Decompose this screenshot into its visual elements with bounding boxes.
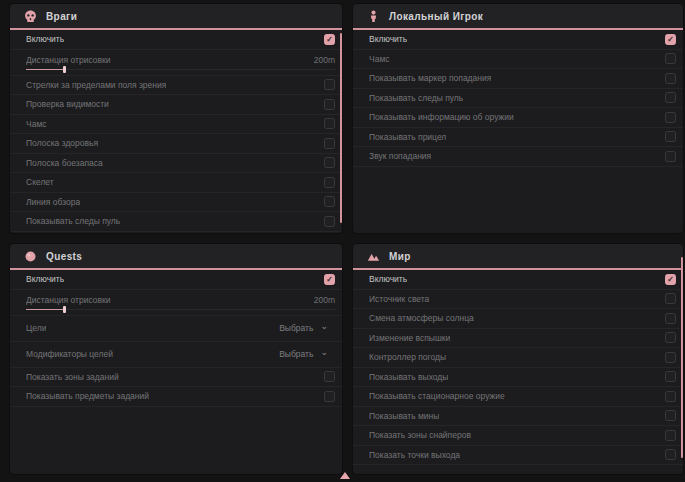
chevron-down-icon: ⌄ xyxy=(320,323,328,329)
setting-row-slider[interactable]: Дистанция отрисовки200m xyxy=(10,290,342,316)
dropdown[interactable]: Выбрать⌄ xyxy=(279,349,328,359)
panel-world-header: Мир xyxy=(353,244,683,270)
setting-row-toggle[interactable]: Чамс xyxy=(353,50,683,70)
setting-label: Дистанция отрисовки xyxy=(26,55,111,65)
checkbox-unchecked[interactable] xyxy=(665,53,676,64)
checkbox-unchecked[interactable] xyxy=(665,151,676,162)
setting-label: Включить xyxy=(369,274,407,284)
checkbox-unchecked[interactable] xyxy=(665,313,676,324)
checkbox-unchecked[interactable] xyxy=(665,293,676,304)
setting-label: Цели xyxy=(26,323,46,333)
setting-label: Полоска боезапаса xyxy=(26,158,103,168)
setting-label: Показывать следы пуль xyxy=(26,216,120,226)
checkbox-unchecked[interactable] xyxy=(324,177,335,188)
checkbox-unchecked[interactable] xyxy=(665,449,676,460)
checkbox-unchecked[interactable] xyxy=(665,430,676,441)
setting-row-toggle[interactable]: Показать точки выхода xyxy=(353,446,683,466)
setting-row-toggle[interactable]: Линия обзора xyxy=(10,193,342,213)
panel-local-player-rows: Включить✓ЧамсПоказывать маркер попадания… xyxy=(353,30,683,233)
setting-label: Изменение вспышки xyxy=(369,333,450,343)
setting-row-toggle[interactable]: Включить✓ xyxy=(353,270,683,290)
setting-label: Показать зоны заданий xyxy=(26,372,119,382)
slider-value: 200m xyxy=(314,295,335,305)
checkbox-unchecked[interactable] xyxy=(324,157,335,168)
setting-row-toggle[interactable]: Полоска боезапаса xyxy=(10,154,342,174)
checkbox-unchecked[interactable] xyxy=(324,138,335,149)
checkbox-unchecked[interactable] xyxy=(665,332,676,343)
setting-row-toggle[interactable]: Показывать прицел xyxy=(353,128,683,148)
setting-row-toggle[interactable]: Проверка видимости xyxy=(10,95,342,115)
setting-row-toggle[interactable]: Стрелки за пределами поля зрения xyxy=(10,76,342,96)
setting-label: Показывать маркер попадания xyxy=(369,73,491,83)
setting-row-toggle[interactable]: Скелет xyxy=(10,173,342,193)
setting-row-toggle[interactable]: Показывать выходы xyxy=(353,368,683,388)
setting-row-toggle[interactable]: Показывать мины xyxy=(353,407,683,427)
setting-label: Показывать прицел xyxy=(369,132,446,142)
checkbox-checked[interactable]: ✓ xyxy=(665,34,676,45)
mountains-icon xyxy=(367,250,380,263)
setting-row-toggle[interactable]: Смена атмосферы солнца xyxy=(353,309,683,329)
checkbox-unchecked[interactable] xyxy=(665,352,676,363)
checkbox-unchecked[interactable] xyxy=(665,92,676,103)
setting-row-toggle[interactable]: Чамс xyxy=(10,115,342,135)
slider-track xyxy=(26,309,335,311)
setting-row-toggle[interactable]: Полоска здоровья xyxy=(10,134,342,154)
setting-row-toggle[interactable]: Показывать маркер попадания xyxy=(353,69,683,89)
setting-label: Линия обзора xyxy=(26,197,80,207)
checkbox-unchecked[interactable] xyxy=(665,73,676,84)
checkbox-unchecked[interactable] xyxy=(324,196,335,207)
setting-label: Смена атмосферы солнца xyxy=(369,313,474,323)
setting-row-toggle[interactable]: Показывать информацию об оружии xyxy=(353,108,683,128)
setting-row-toggle[interactable]: Показывать предметы заданий xyxy=(10,387,342,407)
checkbox-unchecked[interactable] xyxy=(665,112,676,123)
slider-handle[interactable] xyxy=(63,66,66,73)
setting-row-toggle[interactable]: Включить✓ xyxy=(10,30,342,50)
setting-row-toggle[interactable]: Контроллер погоды xyxy=(353,348,683,368)
setting-label: Показывать выходы xyxy=(369,372,448,382)
setting-row-toggle[interactable]: Показывать стационарное оружие xyxy=(353,387,683,407)
checkbox-checked[interactable]: ✓ xyxy=(324,34,335,45)
panel-enemies-header: Враги xyxy=(10,4,342,30)
setting-row-toggle[interactable]: Включить✓ xyxy=(353,30,683,50)
scrollbar[interactable] xyxy=(681,257,683,458)
checkbox-unchecked[interactable] xyxy=(324,99,335,110)
setting-label: Чамс xyxy=(26,119,47,129)
checkbox-unchecked[interactable] xyxy=(324,216,335,227)
setting-label: Контроллер погоды xyxy=(369,352,446,362)
checkbox-unchecked[interactable] xyxy=(324,118,335,129)
checkbox-unchecked[interactable] xyxy=(665,410,676,421)
setting-row-toggle[interactable]: Показывать следы пуль xyxy=(353,89,683,109)
setting-label: Источник света xyxy=(369,294,429,304)
dropdown[interactable]: Выбрать⌄ xyxy=(279,323,328,333)
setting-row-dropdown[interactable]: Модификаторы целейВыбрать⌄ xyxy=(10,342,342,368)
checkbox-unchecked[interactable] xyxy=(324,391,335,402)
setting-label: Показывать информацию об оружии xyxy=(369,112,514,122)
checkbox-unchecked[interactable] xyxy=(665,131,676,142)
panel-local-player: Локальный Игрок Включить✓ЧамсПоказывать … xyxy=(353,4,683,233)
setting-row-toggle[interactable]: Показать зоны снайперов xyxy=(353,426,683,446)
setting-row-toggle[interactable]: Включить✓ xyxy=(10,270,342,290)
panel-local-player-header: Локальный Игрок xyxy=(353,4,683,30)
setting-row-toggle[interactable]: Источник света xyxy=(353,290,683,310)
checkbox-checked[interactable]: ✓ xyxy=(324,274,335,285)
player-icon xyxy=(367,10,380,23)
checkbox-unchecked[interactable] xyxy=(665,391,676,402)
setting-row-dropdown[interactable]: ЦелиВыбрать⌄ xyxy=(10,316,342,342)
setting-row-slider[interactable]: Дистанция отрисовки200m xyxy=(10,50,342,76)
checkbox-unchecked[interactable] xyxy=(324,79,335,90)
dropdown-value: Выбрать xyxy=(279,323,313,333)
setting-row-toggle[interactable]: Изменение вспышки xyxy=(353,329,683,349)
checkbox-unchecked[interactable] xyxy=(665,371,676,382)
slider[interactable] xyxy=(26,307,335,312)
slider[interactable] xyxy=(26,67,335,72)
slider-fill xyxy=(26,309,63,311)
setting-row-toggle[interactable]: Показывать следы пуль xyxy=(10,212,342,232)
checkbox-checked[interactable]: ✓ xyxy=(665,274,676,285)
setting-row-toggle[interactable]: Звук попадания xyxy=(353,147,683,167)
setting-row-toggle[interactable]: Показать зоны заданий xyxy=(10,368,342,388)
checkbox-unchecked[interactable] xyxy=(324,371,335,382)
slider-handle[interactable] xyxy=(63,306,66,313)
chevron-down-icon: ⌄ xyxy=(320,349,328,355)
scrollbar[interactable] xyxy=(340,33,342,223)
panel-title: Quests xyxy=(46,251,82,262)
